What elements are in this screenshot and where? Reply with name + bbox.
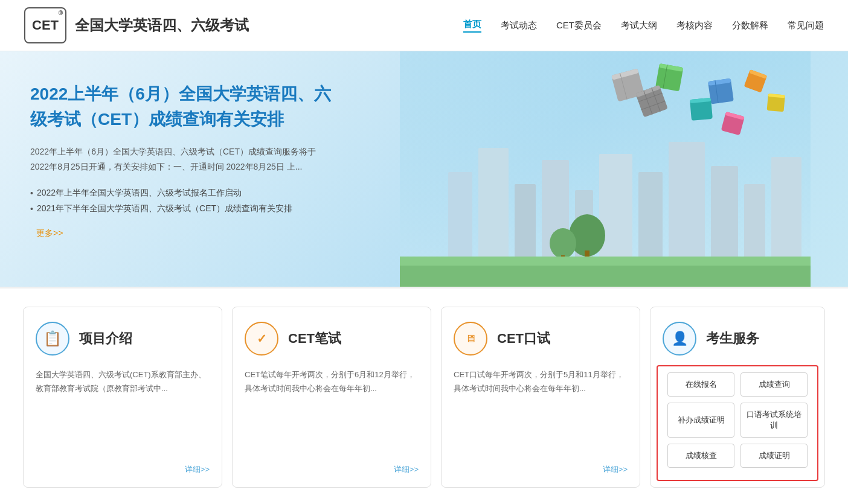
cet-written-body: CET笔试每年开考两次，分别于6月和12月举行，具体考试时间我中心将会在每年年初… <box>245 368 419 455</box>
cards-section: 📋 项目介绍 全国大学英语四、六级考试(CET)系教育部主办、教育部教育考试院（… <box>0 287 848 504</box>
service-btn-online-register[interactable]: 在线报名 <box>667 372 734 397</box>
student-service-header: 👤 考生服务 <box>650 307 824 365</box>
hero-svg <box>362 51 848 287</box>
hero-illustration <box>362 51 848 287</box>
project-intro-title: 项目介绍 <box>79 330 132 348</box>
nav-item-2[interactable]: CET委员会 <box>556 20 602 31</box>
hero-list: 2022年上半年全国大学英语四、六级考试报名工作启动2021年下半年全国大学英语… <box>30 185 332 217</box>
svg-rect-17 <box>400 266 811 287</box>
service-btn-score-check[interactable]: 成绩核查 <box>667 444 734 468</box>
card-cet-written: ✓ CET笔试 CET笔试每年开考两次，分别于6月和12月举行，具体考试时间我中… <box>232 307 431 488</box>
nav-item-4[interactable]: 考核内容 <box>676 20 713 31</box>
card-project-intro-header: 📋 项目介绍 <box>36 322 210 356</box>
cet-oral-icon: 🖥 <box>454 322 487 356</box>
hero-content: 2022上半年（6月）全国大学英语四、六级考试（CET）成绩查询有关安排 202… <box>0 51 362 287</box>
hero-list-item-1[interactable]: 2021年下半年全国大学英语四、六级考试（CET）成绩查询有关安排 <box>30 201 332 217</box>
service-btn-reissue-cert[interactable]: 补办成绩证明 <box>667 403 734 438</box>
cet-written-title: CET笔试 <box>288 330 341 348</box>
nav-item-6[interactable]: 常见问题 <box>788 20 824 31</box>
card-cet-written-header: ✓ CET笔试 <box>245 322 419 356</box>
header: CET 全国大学英语四、六级考试 首页考试动态CET委员会考试大纲考核内容分数解… <box>0 0 848 51</box>
card-cet-oral-header: 🖥 CET口试 <box>454 322 628 356</box>
student-service-title: 考生服务 <box>706 330 759 348</box>
cet-oral-title: CET口试 <box>497 330 550 348</box>
logo-badge: CET <box>24 7 66 43</box>
project-intro-icon: 📋 <box>36 322 69 356</box>
site-title: 全国大学英语四、六级考试 <box>75 16 249 35</box>
logo-text: CET <box>32 18 59 33</box>
service-btn-oral-training[interactable]: 口语考试系统培训 <box>740 403 808 438</box>
hero-desc: 2022年上半年（6月）全国大学英语四、六级考试（CET）成绩查询服务将于202… <box>30 144 332 174</box>
project-intro-body: 全国大学英语四、六级考试(CET)系教育部主办、教育部教育考试院（原教育部考试中… <box>36 368 210 455</box>
hero-title: 2022上半年（6月）全国大学英语四、六级考试（CET）成绩查询有关安排 <box>30 81 332 132</box>
more-link[interactable]: 更多>> <box>36 228 63 239</box>
cet-oral-body: CET口试每年开考两次，分别于5月和11月举行，具体考试时间我中心将会在每年年初… <box>454 368 628 455</box>
student-service-icon: 👤 <box>663 322 696 356</box>
cet-written-footer: 详细>> <box>245 464 419 475</box>
project-intro-footer: 详细>> <box>36 464 210 475</box>
main-nav: 首页考试动态CET委员会考试大纲考核内容分数解释常见问题 <box>463 19 824 33</box>
nav-item-3[interactable]: 考试大纲 <box>621 20 657 31</box>
nav-item-1[interactable]: 考试动态 <box>501 20 537 31</box>
nav-item-5[interactable]: 分数解释 <box>732 20 768 31</box>
logo-area: CET 全国大学英语四、六级考试 <box>24 7 249 43</box>
cet-oral-footer: 详细>> <box>454 464 628 475</box>
project-intro-detail-link[interactable]: 详细>> <box>185 465 210 474</box>
nav-item-0[interactable]: 首页 <box>463 19 481 33</box>
cet-written-icon: ✓ <box>245 322 278 356</box>
hero-list-item-0[interactable]: 2022年上半年全国大学英语四、六级考试报名工作启动 <box>30 185 332 201</box>
service-btn-score-cert[interactable]: 成绩证明 <box>740 444 808 468</box>
cet-written-detail-link[interactable]: 详细>> <box>394 465 419 474</box>
service-grid: 在线报名成绩查询补办成绩证明口语考试系统培训成绩核查成绩证明 <box>657 365 818 481</box>
card-project-intro: 📋 项目介绍 全国大学英语四、六级考试(CET)系教育部主办、教育部教育考试院（… <box>23 307 222 488</box>
cet-oral-detail-link[interactable]: 详细>> <box>603 465 628 474</box>
hero-section: 2022上半年（6月）全国大学英语四、六级考试（CET）成绩查询有关安排 202… <box>0 51 848 287</box>
svg-point-14 <box>550 228 576 258</box>
card-cet-oral: 🖥 CET口试 CET口试每年开考两次，分别于5月和11月举行，具体考试时间我中… <box>441 307 640 488</box>
card-student-service: 👤 考生服务 在线报名成绩查询补办成绩证明口语考试系统培训成绩核查成绩证明 <box>650 307 825 488</box>
service-btn-score-query[interactable]: 成绩查询 <box>740 372 808 397</box>
